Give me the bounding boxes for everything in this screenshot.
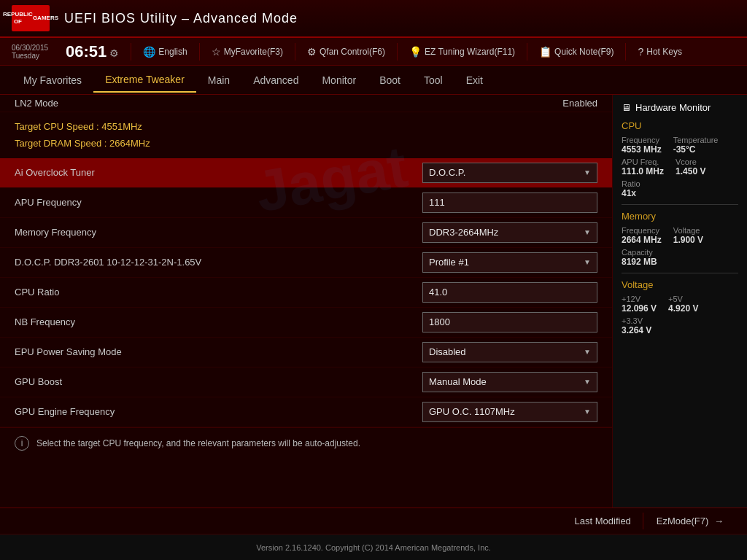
header: REPUBLIC OF GAMERS UEFI BIOS Utility – A… <box>0 0 747 38</box>
hw-mem-cap-label: Capacity <box>622 248 738 257</box>
nav-item-exit[interactable]: Exit <box>454 69 495 92</box>
nav-item-monitor[interactable]: Monitor <box>310 69 368 92</box>
nb-freq-input[interactable] <box>422 312 597 332</box>
sep5 <box>527 43 527 61</box>
hw-mem-volt-value: 1.900 V <box>673 235 703 245</box>
clock: 06:51 <box>66 44 107 60</box>
version-text: Version 2.16.1240. Copyright (C) 2014 Am… <box>15 543 732 552</box>
qfan-button[interactable]: ⚙ Qfan Control(F6) <box>307 46 385 58</box>
settings-icon[interactable]: ⚙ <box>109 47 119 59</box>
hw-mem-volt-col: Voltage 1.900 V <box>673 226 703 245</box>
setting-row-apu-freq[interactable]: APU Frequency <box>0 188 612 218</box>
hw-v5-label: +5V <box>668 295 698 303</box>
hw-vcore-value: 1.450 V <box>676 166 705 176</box>
hw-cpu-apu-col: APU Freq. 111.0 MHz <box>622 158 664 176</box>
sep1 <box>131 43 131 61</box>
hw-vcore-label: Vcore <box>676 158 705 166</box>
setting-label-gpu-boost: GPU Boost <box>15 376 422 387</box>
ezmode-button[interactable]: EzMode(F7) → <box>645 513 735 529</box>
hw-mem-freq-value: 2664 MHz <box>622 235 662 245</box>
hw-cpu-freq-col: Frequency 4553 MHz <box>622 136 662 155</box>
settings-table: Ai Overclock Tuner D.O.C.P. ▼ APU Freque… <box>0 158 612 427</box>
hw-cpu-vcore-col: Vcore 1.450 V <box>676 158 705 176</box>
setting-row-memory-freq[interactable]: Memory Frequency DDR3-2664MHz ▼ <box>0 218 612 248</box>
hw-cpu-ratio-col: Ratio 41x <box>622 179 738 198</box>
hw-ratio-label: Ratio <box>622 179 738 188</box>
rog-logo: REPUBLIC OF GAMERS <box>12 5 50 31</box>
hw-volt-12-5: +12V 12.096 V +5V 4.920 V <box>622 295 738 314</box>
setting-row-epu[interactable]: EPU Power Saving Mode Disabled ▼ <box>0 338 612 368</box>
hot-keys-button[interactable]: ? Hot Keys <box>638 46 681 58</box>
nav-item-my-favorites[interactable]: My Favorites <box>12 69 93 92</box>
bulb-icon: 💡 <box>409 46 422 58</box>
logo-area: REPUBLIC OF GAMERS <box>12 5 50 31</box>
question-icon: ? <box>638 46 643 58</box>
myfavorite-button[interactable]: ☆ MyFavorite(F3) <box>212 46 283 58</box>
info-bar: i Select the target CPU frequency, and t… <box>0 427 612 459</box>
setting-label-cpu-ratio: CPU Ratio <box>15 287 422 298</box>
sep3 <box>295 43 295 61</box>
setting-row-cpu-ratio[interactable]: CPU Ratio <box>0 278 612 308</box>
setting-label-ai-overclock: Ai Overclock Tuner <box>15 167 422 178</box>
left-panel: LN2 Mode Enabled Target CPU Speed : 4551… <box>0 95 612 508</box>
right-panel: 🖥 Hardware Monitor CPU Frequency 4553 MH… <box>612 95 747 508</box>
ln2-value: Enabled <box>562 98 597 109</box>
gpu-boost-dropdown[interactable]: Manual Mode ▼ <box>422 372 597 392</box>
hw-mem-cap-col: Capacity 8192 MB <box>622 248 738 267</box>
nav-item-extreme-tweaker[interactable]: Extreme Tweaker <box>93 68 196 93</box>
setting-label-apu-freq: APU Frequency <box>15 197 422 208</box>
cpu-ratio-input[interactable] <box>422 282 597 303</box>
nav-bar: My Favorites Extreme Tweaker Main Advanc… <box>0 66 747 95</box>
ez-tuning-button[interactable]: 💡 EZ Tuning Wizard(F11) <box>409 46 515 58</box>
hw-v5-col: +5V 4.920 V <box>668 295 698 314</box>
hw-cpu-freq-temp: Frequency 4553 MHz Temperature -35°C <box>622 136 738 155</box>
hw-mem-freq-label: Frequency <box>622 226 662 235</box>
bottom-bar: Last Modified EzMode(F7) → <box>0 508 747 534</box>
bios-title: UEFI BIOS Utility – Advanced Mode <box>64 11 298 26</box>
hw-mem-freq-volt: Frequency 2664 MHz Voltage 1.900 V <box>622 226 738 245</box>
datetime: 06/30/2015 Tuesday <box>12 44 63 60</box>
hw-v12-value: 12.096 V <box>622 303 657 314</box>
setting-row-gpu-engine-freq[interactable]: GPU Engine Frequency GPU O.C. 1107MHz ▼ <box>0 397 612 427</box>
last-modified-button[interactable]: Last Modified <box>563 513 643 529</box>
hw-cpu-title: CPU <box>622 120 738 131</box>
nav-item-tool[interactable]: Tool <box>412 69 454 92</box>
hw-monitor-title: 🖥 Hardware Monitor <box>622 102 738 113</box>
sep4 <box>397 43 398 61</box>
setting-row-gpu-boost[interactable]: GPU Boost Manual Mode ▼ <box>0 368 612 397</box>
setting-label-gpu-engine-freq: GPU Engine Frequency <box>15 406 422 417</box>
setting-row-docp[interactable]: D.O.C.P. DDR3-2601 10-12-12-31-2N-1.65V … <box>0 248 612 278</box>
hw-cpu-temp-value: -35°C <box>673 144 719 155</box>
footer: Version 2.16.1240. Copyright (C) 2014 Am… <box>0 534 747 560</box>
nav-item-boot[interactable]: Boot <box>368 69 412 92</box>
nav-item-main[interactable]: Main <box>196 69 241 92</box>
apu-freq-input[interactable] <box>422 192 597 213</box>
nav-item-advanced[interactable]: Advanced <box>241 69 310 92</box>
memory-freq-dropdown[interactable]: DDR3-2664MHz ▼ <box>422 222 597 243</box>
hw-sep-2 <box>622 273 738 273</box>
setting-row-ai-overclock[interactable]: Ai Overclock Tuner D.O.C.P. ▼ <box>0 158 612 188</box>
gpu-engine-freq-dropdown[interactable]: GPU O.C. 1107MHz ▼ <box>422 402 597 422</box>
info-text: Select the target CPU frequency, and the… <box>36 438 360 448</box>
hw-voltage-title: Voltage <box>622 279 738 290</box>
fan-icon: ⚙ <box>307 46 317 58</box>
quick-note-button[interactable]: 📋 Quick Note(F9) <box>539 46 614 58</box>
hw-mem-cap-value: 8192 MB <box>622 257 738 267</box>
setting-row-nb-freq[interactable]: NB Frequency <box>0 308 612 338</box>
hw-v12-col: +12V 12.096 V <box>622 295 657 314</box>
sep6 <box>625 43 626 61</box>
monitor-icon: 🖥 <box>622 102 631 113</box>
dropdown-arrow-6: ▼ <box>584 348 591 356</box>
language-button[interactable]: 🌐 English <box>143 46 187 58</box>
setting-label-memory-freq: Memory Frequency <box>15 227 422 238</box>
docp-dropdown[interactable]: Profile #1 ▼ <box>422 252 597 273</box>
hw-cpu-temp-col: Temperature -35°C <box>673 136 719 155</box>
hw-sep-1 <box>622 204 738 205</box>
hw-v33-label: +3.3V <box>622 316 738 325</box>
target-dram-speed: Target DRAM Speed : 2664MHz <box>15 135 597 152</box>
setting-label-nb-freq: NB Frequency <box>15 316 422 327</box>
info-icon: i <box>15 436 29 451</box>
epu-dropdown[interactable]: Disabled ▼ <box>422 342 597 362</box>
target-info: Target CPU Speed : 4551MHz Target DRAM S… <box>0 112 612 158</box>
ai-overclock-dropdown[interactable]: D.O.C.P. ▼ <box>422 163 597 183</box>
